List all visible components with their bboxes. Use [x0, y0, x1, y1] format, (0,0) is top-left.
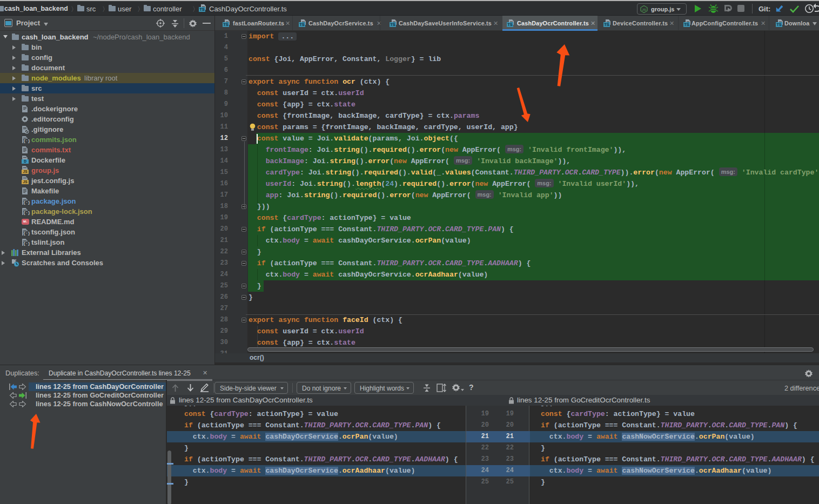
svg-text:JS: JS — [642, 8, 646, 11]
